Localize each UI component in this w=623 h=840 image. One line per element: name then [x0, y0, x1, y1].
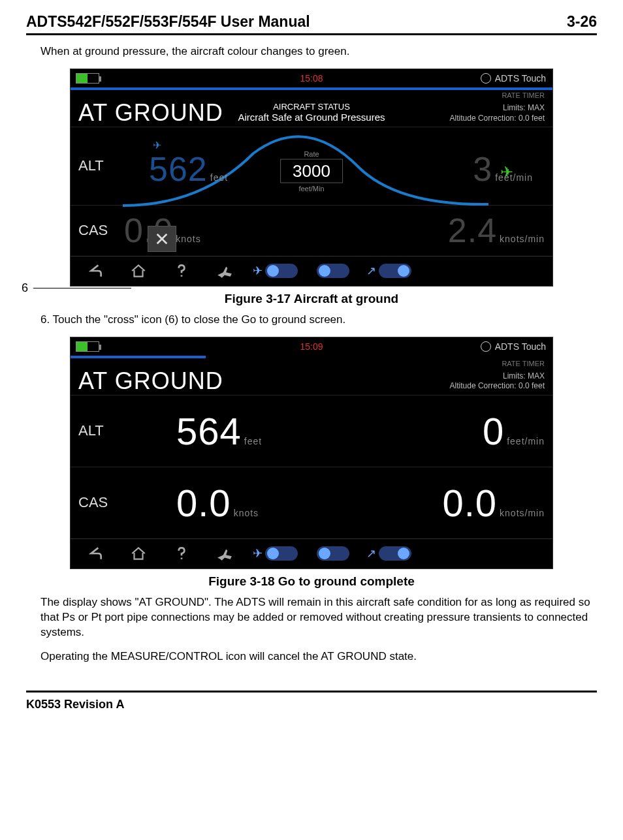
brand-label-2: ADTS Touch — [481, 341, 546, 352]
alt-rate-group-2: 0 feet/min — [483, 409, 545, 453]
alt-label: ALT — [78, 157, 124, 174]
brand-text-2: ADTS Touch — [495, 341, 546, 352]
alt-value: 562 — [149, 149, 208, 189]
battery-icon-2 — [76, 341, 99, 352]
bottom-toolbar-2: ✈ ↗ — [71, 538, 552, 568]
doc-title: ADTS542F/552F/553F/554F User Manual — [26, 13, 310, 31]
alt-value-2: 564 — [176, 409, 242, 453]
home-icon-2 — [130, 545, 147, 562]
rate-label: Rate — [280, 149, 343, 157]
help-icon-2 — [173, 545, 190, 562]
alt-rate-unit-2: feet/min — [507, 436, 545, 446]
rate-timer-label: RATE TIMER — [71, 90, 552, 99]
alt-unit: feet — [210, 172, 228, 183]
figure-3-17-wrap: 6 15:08 ADTS Touch RATE TIMER AT GROUND … — [70, 69, 553, 287]
limits-line-1-2: Limits: MAX — [450, 371, 545, 382]
plane-depart-icon: ↗ — [366, 264, 376, 278]
alt-label-2: ALT — [78, 422, 124, 439]
screenshot-1: 15:08 ADTS Touch RATE TIMER AT GROUND AI… — [70, 69, 553, 287]
alt-rate-value: 3 — [473, 149, 492, 189]
status-bar-2: 15:09 ADTS Touch — [71, 337, 552, 356]
toggle-3b-switch — [379, 546, 411, 561]
status-text: Aircraft Safe at Ground Pressures — [238, 112, 385, 123]
close-button[interactable] — [148, 226, 176, 252]
back-icon-2 — [87, 545, 104, 562]
toggle-1-switch — [265, 264, 298, 278]
ge-logo-icon-2 — [481, 341, 491, 352]
home-button[interactable] — [118, 258, 159, 284]
alt-rate-value-2: 0 — [483, 409, 504, 453]
body-para-1: When at ground pressure, the aircraft co… — [40, 44, 597, 59]
rate-unit: feet/Min — [280, 184, 343, 192]
rate-timer-label-2: RATE TIMER — [71, 358, 552, 367]
limits-line-1: Limits: MAX — [450, 103, 545, 114]
toggle-2-b[interactable] — [307, 540, 359, 567]
close-icon — [155, 232, 169, 246]
alt-row-2: ALT 564 feet 0 feet/min — [71, 395, 552, 467]
brand-text: ADTS Touch — [495, 73, 546, 84]
body-para-3: The display shows "AT GROUND". The ADTS … — [40, 595, 597, 640]
figure-3-18-caption: Figure 3-18 Go to ground complete — [26, 574, 597, 589]
body-para-2: 6. Touch the "cross" icon (6) to close t… — [40, 313, 597, 328]
at-ground-label: AT GROUND — [78, 99, 223, 127]
rate-value: 3000 — [280, 159, 343, 183]
help-icon — [173, 262, 190, 279]
page-number: 3-26 — [567, 13, 597, 31]
cas-rate-value-2: 0.0 — [442, 481, 497, 525]
title-row: AT GROUND AIRCRAFT STATUS Aircraft Safe … — [71, 99, 552, 127]
plane-small-icon-2: ✈ — [253, 546, 263, 561]
cas-unit: knots — [176, 234, 200, 244]
status-title: AIRCRAFT STATUS — [238, 102, 385, 112]
toggle-3[interactable]: ↗ — [360, 258, 419, 284]
alt-value-group-2: 564 feet — [176, 409, 262, 453]
body-para-4: Operating the MEASURE/CONTROL icon will … — [40, 649, 597, 664]
clock-2: 15:09 — [300, 341, 323, 352]
aircraft-icon-2 — [216, 545, 233, 562]
alt-unit-2: feet — [244, 436, 262, 446]
aircraft-icon — [216, 262, 233, 279]
cas-rate-group-2: 0.0 knots/min — [442, 481, 545, 525]
brand-label: ADTS Touch — [481, 73, 546, 84]
toggle-2-switch — [317, 264, 349, 278]
cas-value-group-2: 0.0 knots — [176, 481, 259, 525]
rate-box[interactable]: Rate 3000 feet/Min — [280, 149, 343, 192]
clock: 15:08 — [300, 73, 323, 84]
ge-logo-icon — [481, 73, 491, 84]
toggle-1-b[interactable]: ✈ — [247, 540, 306, 567]
cas-value-2: 0.0 — [176, 481, 231, 525]
plane-small-icon: ✈ — [253, 264, 263, 278]
alt-value-group: 562 feet — [149, 149, 228, 189]
page-footer: K0553 Revision A — [26, 691, 597, 711]
back-button[interactable] — [74, 258, 116, 284]
toggle-1b-switch — [265, 546, 298, 561]
cas-rate-unit-2: knots/min — [500, 508, 545, 518]
plane-depart-icon-2: ↗ — [366, 546, 376, 561]
help-button[interactable] — [161, 258, 202, 284]
figure-3-18-wrap: 15:09 ADTS Touch RATE TIMER AT GROUND Li… — [70, 337, 553, 569]
toggle-2[interactable] — [307, 258, 359, 284]
toggle-3-b[interactable]: ↗ — [360, 540, 419, 567]
aircraft-button-2[interactable] — [204, 540, 246, 567]
limits-line-2: Altitude Correction: 0.0 feet — [450, 114, 545, 124]
alt-row: ALT ✈ ✈ 562 feet 3 feet/min Rate 3000 — [71, 127, 552, 205]
aircraft-status-banner: AIRCRAFT STATUS Aircraft Safe at Ground … — [238, 102, 385, 123]
cas-row-2: CAS 0.0 knots 0.0 knots/min — [71, 467, 552, 538]
back-icon — [87, 262, 104, 279]
cas-rate-unit: knots/min — [500, 234, 545, 244]
back-button-2[interactable] — [74, 540, 116, 567]
cas-label-2: CAS — [78, 494, 124, 511]
callout-6-label: 6 — [22, 281, 28, 295]
toggle-1[interactable]: ✈ — [247, 258, 306, 284]
toggle-3-switch — [379, 264, 411, 278]
toggle-2b-switch — [317, 546, 349, 561]
cas-unit-2: knots — [234, 508, 259, 518]
help-button-2[interactable] — [161, 540, 202, 567]
aircraft-button[interactable] — [204, 258, 246, 284]
limits-line-2-2: Altitude Correction: 0.0 feet — [450, 381, 545, 392]
screenshot-2: 15:09 ADTS Touch RATE TIMER AT GROUND Li… — [70, 337, 553, 569]
home-button-2[interactable] — [118, 540, 159, 567]
title-row-2: AT GROUND Limits: MAX Altitude Correctio… — [71, 367, 552, 395]
limits-block-2: Limits: MAX Altitude Correction: 0.0 fee… — [450, 367, 545, 392]
alt-rate-unit: feet/min — [495, 172, 533, 183]
callout-6-line — [33, 288, 131, 288]
